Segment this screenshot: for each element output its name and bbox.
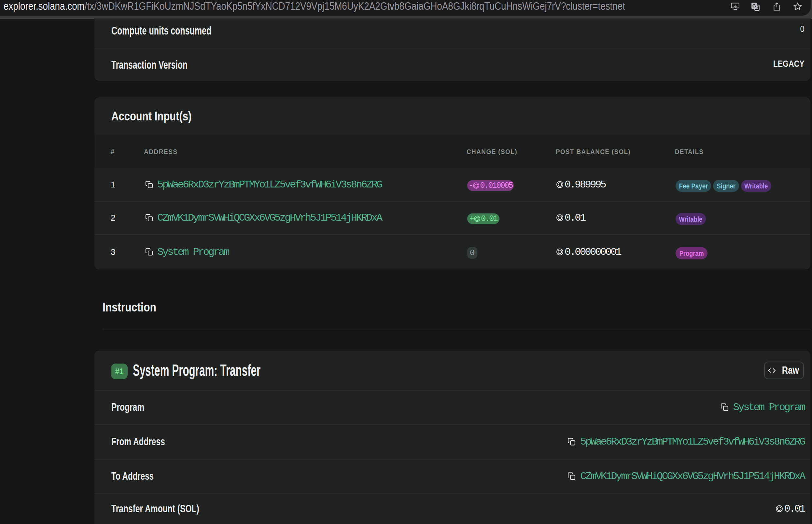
svg-text:G: G (752, 3, 756, 9)
